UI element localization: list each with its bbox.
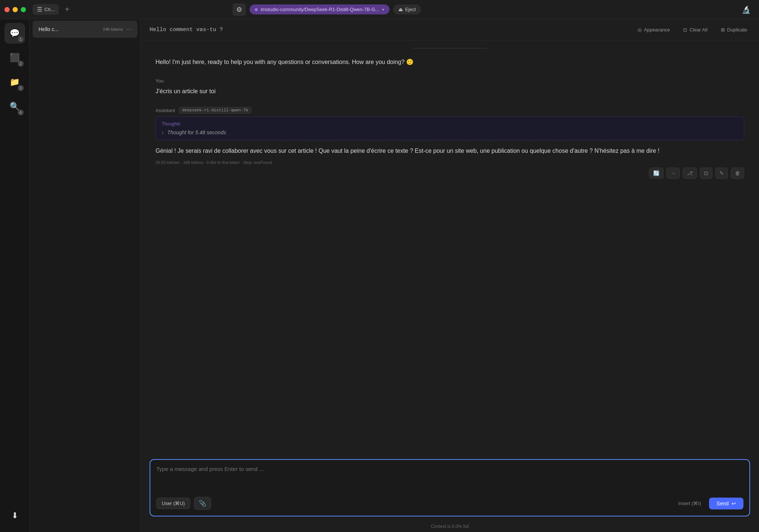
model-badge: deepseek-r1-distill-qwen-7b <box>179 107 251 114</box>
minimize-button[interactable] <box>13 7 18 12</box>
retry-button[interactable]: 🔄 <box>649 168 663 179</box>
sidebar-item-terminal[interactable]: ⬛ 2 <box>4 47 25 68</box>
chat-title: Hello comment vas-tu ? <box>150 27 629 33</box>
eject-icon: ⏏ <box>398 7 403 12</box>
chat-header-actions: ◎ Appearance ⊡ Clear All ⊞ Duplicate <box>635 26 750 34</box>
sidebar-item-chat[interactable]: 💬 1 <box>4 23 25 44</box>
sidebar-item-folder[interactable]: 📁 3 <box>4 72 25 92</box>
clear-all-label: Clear All <box>689 27 707 33</box>
appearance-button[interactable]: ◎ Appearance <box>635 26 673 34</box>
clear-all-icon: ⊡ <box>683 27 687 33</box>
titlebar-center: ⚙ lmstudio-community/DeepSeek-R1-Distill… <box>233 3 421 16</box>
search-badge: 4 <box>18 110 24 115</box>
thoughts-text: Thought for 5.48 seconds <box>167 129 226 135</box>
main-layout: 💬 1 ⬛ 2 📁 3 🔍 4 ⬇ Hello c... 246 tokens … <box>0 19 759 532</box>
tab-label: Ch... <box>44 7 54 12</box>
model-name: lmstudio-community/DeepSeek-R1-Distill-Q… <box>261 7 379 12</box>
thoughts-chevron-icon[interactable]: › <box>162 129 164 135</box>
search-icon: 🔍 <box>10 102 20 111</box>
titlebar-right: 🔬 <box>738 4 755 16</box>
eject-button[interactable]: ⏏ Eject <box>393 4 421 14</box>
chat-tab-icon: ☰ <box>37 6 42 13</box>
chat-header: Hello comment vas-tu ? ◎ Appearance ⊡ Cl… <box>141 19 759 41</box>
user-button[interactable]: User (⌘U) <box>156 498 190 509</box>
titlebar: ☰ Ch... + ⚙ lmstudio-community/DeepSeek-… <box>0 0 759 19</box>
research-button[interactable]: 🔬 <box>738 4 755 16</box>
send-label: Send <box>716 501 729 506</box>
appearance-icon: ◎ <box>638 27 642 33</box>
copy-button[interactable]: ⊡ <box>700 168 712 179</box>
stats-text: 20.50 tok/sec · 168 tokens · 0.46s to fi… <box>156 160 272 165</box>
context-bar: Context is 6.0% full <box>141 524 759 532</box>
chat-area: Hello comment vas-tu ? ◎ Appearance ⊡ Cl… <box>141 19 759 532</box>
context-text: Context is 6.0% full <box>431 524 469 529</box>
edit-button[interactable]: ✎ <box>715 168 728 179</box>
chat-icon: 💬 <box>10 28 20 38</box>
tab-chat[interactable]: ☰ Ch... <box>33 4 59 15</box>
model-chevron-icon: ▾ <box>382 7 384 12</box>
add-tab-button[interactable]: + <box>62 4 72 15</box>
input-box: User (⌘U) 📎 Insert (⌘I) Send ↩ <box>150 459 750 516</box>
separator-line <box>413 48 487 48</box>
chat-badge: 1 <box>18 36 24 42</box>
message-sender-3: Assistant deepseek-r1-distill-qwen-7b <box>156 107 744 114</box>
sidebar-icons: 💬 1 ⬛ 2 📁 3 🔍 4 ⬇ <box>0 19 30 532</box>
message-text-1: Hello! I'm just here, ready to help you … <box>156 57 744 67</box>
chat-sidebar: Hello c... 246 tokens ··· <box>30 19 141 532</box>
thoughts-label: Thoughts <box>162 121 738 127</box>
attach-button[interactable]: 📎 <box>194 497 211 510</box>
model-status-dot <box>255 8 258 11</box>
sidebar-item-search[interactable]: 🔍 4 <box>4 96 25 117</box>
chat-list-item[interactable]: Hello c... 246 tokens ··· <box>33 21 137 38</box>
message-block-1: Hello! I'm just here, ready to help you … <box>156 57 744 67</box>
chat-item-name: Hello c... <box>39 26 99 32</box>
chat-messages[interactable]: Hello! I'm just here, ready to help you … <box>141 41 759 455</box>
folder-icon: 📁 <box>10 77 20 87</box>
download-button[interactable]: ⬇ <box>4 505 25 526</box>
insert-button[interactable]: Insert (⌘I) <box>674 498 705 509</box>
folder-badge: 3 <box>18 85 24 91</box>
close-button[interactable] <box>4 7 10 12</box>
eject-label: Eject <box>405 7 416 12</box>
sidebar-bottom: ⬇ <box>4 505 25 532</box>
separator-container <box>156 48 744 48</box>
message-block-2: You J'écris un article sur toi <box>156 78 744 96</box>
forward-button[interactable]: → <box>666 168 680 179</box>
appearance-label: Appearance <box>644 27 670 33</box>
message-text-3: Génial ! Je serais ravi de collaborer av… <box>156 146 744 156</box>
message-input[interactable] <box>156 466 743 492</box>
settings-button[interactable]: ⚙ <box>233 3 246 16</box>
traffic-lights <box>4 7 26 12</box>
message-actions: 🔄 → ⎇ ⊡ ✎ 🗑 <box>156 168 744 179</box>
message-block-3: Assistant deepseek-r1-distill-qwen-7b Th… <box>156 107 744 179</box>
duplicate-label: Duplicate <box>727 27 747 33</box>
message-text-2: J'écris un article sur toi <box>156 87 744 96</box>
message-stats: 20.50 tok/sec · 168 tokens · 0.46s to fi… <box>156 160 744 165</box>
branch-button[interactable]: ⎇ <box>683 168 697 179</box>
input-footer: User (⌘U) 📎 Insert (⌘I) Send ↩ <box>156 497 743 510</box>
delete-button[interactable]: 🗑 <box>731 168 744 179</box>
maximize-button[interactable] <box>21 7 26 12</box>
thoughts-block: Thoughts › Thought for 5.48 seconds <box>156 117 744 140</box>
titlebar-tabs: ☰ Ch... + <box>33 4 72 15</box>
input-area: User (⌘U) 📎 Insert (⌘I) Send ↩ <box>141 455 759 524</box>
terminal-badge: 2 <box>18 61 24 67</box>
message-sender-2: You <box>156 78 744 84</box>
chat-item-more-icon[interactable]: ··· <box>127 26 131 33</box>
send-button[interactable]: Send ↩ <box>709 498 743 509</box>
chat-item-tokens: 246 tokens <box>103 27 123 31</box>
download-icon: ⬇ <box>11 511 18 521</box>
thoughts-content: › Thought for 5.48 seconds <box>162 129 738 135</box>
send-icon: ↩ <box>732 501 736 506</box>
duplicate-icon: ⊞ <box>721 27 725 33</box>
clear-all-button[interactable]: ⊡ Clear All <box>680 26 710 34</box>
duplicate-button[interactable]: ⊞ Duplicate <box>718 26 750 34</box>
model-selector[interactable]: lmstudio-community/DeepSeek-R1-Distill-Q… <box>250 4 389 14</box>
terminal-icon: ⬛ <box>10 53 20 63</box>
